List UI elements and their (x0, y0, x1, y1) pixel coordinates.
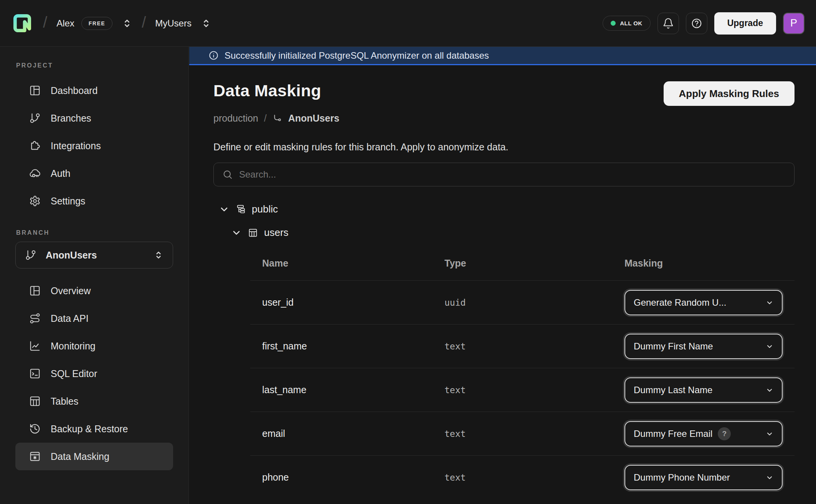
schema-name: public (252, 203, 278, 215)
breadcrumb-parent[interactable]: production (213, 113, 258, 124)
apply-masking-rules-button[interactable]: Apply Masking Rules (664, 81, 795, 106)
page-description: Define or edit masking rules for this br… (213, 142, 795, 153)
gear-icon (29, 195, 41, 207)
bell-icon (662, 18, 674, 29)
sidebar-item-backup-restore[interactable]: Backup & Restore (15, 415, 173, 443)
masking-rule-select[interactable]: Generate Random U... (624, 290, 783, 315)
table-icon (248, 227, 258, 238)
sidebar-section-project: PROJECT (16, 62, 188, 69)
plan-badge: FREE (81, 17, 112, 30)
masking-rule-select[interactable]: Dummy Phone Number (624, 465, 783, 490)
sidebar-item-dashboard[interactable]: Dashboard (15, 77, 173, 104)
sidebar-item-label: Overview (51, 285, 91, 296)
page-title: Data Masking (213, 81, 321, 100)
sidebar-item-label: Dashboard (51, 85, 97, 96)
sidebar-item-auth[interactable]: Auth (15, 160, 173, 187)
sidebar-item-label: Data API (51, 313, 89, 324)
schema-icon (235, 204, 246, 215)
search-input[interactable] (239, 169, 786, 180)
sidebar-item-data-masking[interactable]: Data Masking (15, 443, 173, 470)
upgrade-button[interactable]: Upgrade (714, 12, 776, 35)
history-icon (29, 423, 41, 435)
sidebar-item-data-api[interactable]: Data API (15, 305, 173, 332)
table-row: last_name text Dummy Last Name (250, 368, 795, 412)
status-dot-icon (611, 21, 616, 26)
column-type: text (444, 341, 624, 351)
puzzle-icon (29, 140, 41, 152)
branch-selector[interactable]: AnonUsers (15, 242, 173, 268)
sidebar-item-label: Backup & Restore (51, 423, 128, 435)
sidebar-item-sql-editor[interactable]: SQL Editor (15, 360, 173, 387)
column-type: text (444, 429, 624, 439)
overview-icon (29, 285, 41, 296)
topbar: / Alex FREE / MyUsers ALL OK Upgrade P (0, 0, 816, 47)
avatar[interactable]: P (783, 13, 804, 34)
sidebar-item-label: Branches (51, 113, 91, 124)
sidebar-item-tables[interactable]: Tables (15, 387, 173, 415)
masking-rule-select[interactable]: Dummy Last Name (624, 377, 783, 403)
masking-rule-select[interactable]: Dummy First Name (624, 334, 783, 359)
branch-selector-value: AnonUsers (46, 250, 97, 261)
sidebar-item-monitoring[interactable]: Monitoring (15, 332, 173, 360)
project-switcher-chevrons-icon[interactable] (201, 18, 211, 29)
chevron-down-icon[interactable] (219, 204, 230, 215)
chevron-down-icon (765, 342, 774, 351)
help-button[interactable] (686, 13, 707, 34)
sidebar-item-label: Settings (51, 196, 85, 207)
sidebar-item-label: SQL Editor (51, 368, 97, 379)
tree-row-table[interactable]: users (213, 227, 795, 239)
sidebar-item-label: Integrations (51, 140, 101, 152)
sidebar-section-branch: BRANCH (16, 229, 188, 236)
masking-rule-value: Generate Random U... (634, 297, 726, 308)
chevron-down-icon (765, 429, 774, 438)
git-branch-icon (25, 249, 36, 261)
org-name[interactable]: Alex (56, 18, 74, 29)
cloud-key-icon (29, 168, 41, 179)
sidebar: PROJECT Dashboard Branches Integrations … (0, 47, 189, 504)
column-type: text (444, 473, 624, 483)
info-icon (208, 50, 219, 61)
sidebar-item-settings[interactable]: Settings (15, 187, 173, 215)
org-switcher-chevrons-icon[interactable] (122, 18, 132, 29)
neon-logo-icon[interactable] (12, 12, 34, 35)
search-box[interactable] (213, 163, 795, 186)
banner-text: Successfully initialized PostgreSQL Anon… (225, 50, 489, 61)
schema-tree: public users (213, 203, 795, 239)
masking-rule-value: Dummy Free Email (634, 428, 712, 439)
column-header-type: Type (444, 258, 624, 269)
sidebar-item-overview[interactable]: Overview (15, 277, 173, 305)
table-header: Name Type Masking (250, 239, 795, 280)
sidebar-item-branches[interactable]: Branches (15, 104, 173, 132)
table-row: phone text Dummy Phone Number (250, 455, 795, 499)
chevron-down-icon (765, 298, 774, 307)
sidebar-item-label: Auth (51, 168, 70, 179)
column-name: first_name (262, 341, 444, 352)
table-icon (29, 395, 41, 407)
tree-row-schema[interactable]: public (213, 203, 795, 215)
column-name: email (262, 428, 444, 439)
terminal-icon (29, 368, 41, 379)
status-badge[interactable]: ALL OK (603, 16, 651, 31)
status-text: ALL OK (620, 20, 643, 26)
dashboard-icon (29, 85, 41, 96)
project-name[interactable]: MyUsers (155, 18, 192, 29)
column-type: uuid (444, 298, 624, 308)
column-name: user_id (262, 297, 444, 308)
masking-rule-select[interactable]: Dummy Free Email ? (624, 421, 783, 446)
table-name: users (264, 227, 289, 239)
notifications-button[interactable] (657, 13, 679, 34)
breadcrumb-current: AnonUsers (288, 113, 339, 124)
chevron-down-icon (765, 473, 774, 482)
sidebar-item-integrations[interactable]: Integrations (15, 132, 173, 160)
masking-rule-value: Dummy Phone Number (634, 472, 730, 483)
column-header-name: Name (262, 258, 444, 269)
chevron-down-icon (765, 385, 774, 395)
table-row: user_id uuid Generate Random U... (250, 280, 795, 324)
main-panel: Successfully initialized PostgreSQL Anon… (189, 47, 816, 504)
line-chart-icon (29, 340, 41, 352)
chevron-down-icon[interactable] (231, 227, 242, 238)
table-row: email text Dummy Free Email ? (250, 412, 795, 455)
help-badge[interactable]: ? (718, 427, 731, 440)
sidebar-item-label: Tables (51, 396, 78, 407)
breadcrumb-slash: / (142, 14, 146, 31)
